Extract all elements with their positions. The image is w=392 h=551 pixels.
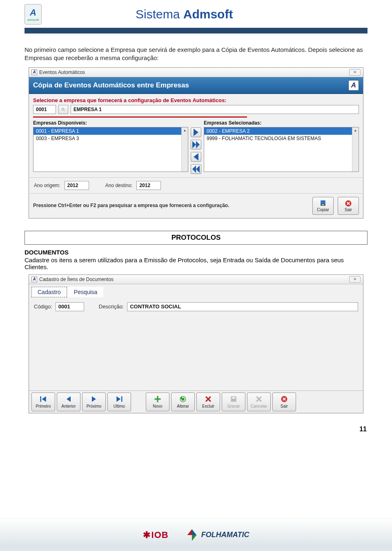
- svg-point-0: [62, 108, 64, 110]
- title-bold: Admsoft: [183, 7, 233, 21]
- move-left-icon[interactable]: [191, 152, 201, 162]
- button-label: Alterar: [177, 404, 189, 408]
- svg-rect-9: [155, 398, 161, 399]
- descricao-field[interactable]: CONTRATO SOCIAL: [127, 302, 358, 311]
- window-title: Cadastro de Ítens de Documentos: [39, 277, 349, 282]
- transfer-buttons: [191, 120, 201, 174]
- title-pre: Sistema: [136, 7, 183, 21]
- empresa-field[interactable]: EMPRESA 1: [71, 105, 359, 114]
- ano-destino-field[interactable]: 2012: [136, 181, 161, 190]
- button-label: Cancelar: [251, 404, 267, 408]
- copiar-button[interactable]: Copiar: [312, 197, 334, 215]
- svg-rect-12: [232, 397, 235, 399]
- list-item[interactable]: 0003 - EMPRESA 3: [33, 135, 188, 142]
- help-icon[interactable]: A: [348, 80, 359, 91]
- logo-iob: IOB: [143, 530, 169, 540]
- scrollbar[interactable]: ▲: [352, 127, 359, 172]
- titlebar: A Cadastro de Ítens de Documentos ✕: [29, 275, 363, 284]
- svg-rect-7: [121, 396, 122, 402]
- anterior-button[interactable]: Anterior: [57, 393, 80, 411]
- label-disponiveis: Empresas Disponíveis:: [33, 120, 188, 126]
- window-subtitle: Cópia de Eventos Automáticos entre Empre…: [33, 81, 189, 89]
- button-label: Sair: [281, 404, 288, 408]
- move-right-icon[interactable]: [191, 127, 201, 137]
- button-label: Gravar: [227, 404, 240, 408]
- close-icon[interactable]: ✕: [349, 69, 361, 76]
- page-number: 11: [0, 422, 392, 433]
- sair-button[interactable]: Sair: [272, 393, 296, 411]
- svg-rect-6: [40, 396, 42, 402]
- alterar-button[interactable]: Alterar: [171, 393, 195, 411]
- app-icon: A: [31, 69, 37, 75]
- button-label: Primeiro: [36, 404, 51, 408]
- hint-text: Pressione Ctrl+Enter ou F2 para pesquisa…: [33, 203, 308, 208]
- window-cadastro-itens: A Cadastro de Ítens de Documentos ✕ Cada…: [29, 274, 363, 413]
- section-text: Cadastre os itens a serem utilizados par…: [24, 257, 368, 270]
- codigo-field[interactable]: 0001: [56, 302, 84, 311]
- search-icon[interactable]: [58, 105, 68, 114]
- footer-logos: IOB FOLHAMATIC: [0, 518, 392, 551]
- primeiro-button[interactable]: Primeiro: [31, 393, 55, 411]
- logo-folhamatic: FOLHAMATIC: [185, 528, 249, 542]
- list-item[interactable]: 0002 - EMPRESA 2: [204, 127, 359, 135]
- logo-icon: A admsoft: [24, 4, 42, 25]
- tab-pesquisa[interactable]: Pesquisa: [68, 287, 104, 297]
- logo-letter: A: [30, 7, 36, 18]
- window-title: Eventos Automáticos: [39, 69, 349, 75]
- instruction-text: Selecione a empresa que fornecerá a conf…: [29, 94, 363, 105]
- label-ano-origem: Ano origem:: [34, 183, 60, 188]
- proximo-button[interactable]: Próximo: [82, 393, 106, 411]
- titlebar: A Eventos Automáticos ✕: [29, 68, 363, 77]
- label-descricao: Descrição:: [99, 303, 124, 310]
- page-title: Sistema Admsoft: [136, 7, 233, 21]
- close-icon[interactable]: ✕: [349, 276, 361, 283]
- header-divider: [24, 28, 368, 33]
- sair-button[interactable]: Sair: [338, 197, 359, 215]
- button-label: Próximo: [87, 404, 102, 408]
- section-heading: DOCUMENTOS: [24, 249, 368, 256]
- list-disponiveis[interactable]: 0001 - EMPRESA 1 0003 - EMPRESA 3 ▲: [33, 127, 188, 172]
- gravar-button[interactable]: Gravar: [222, 393, 245, 411]
- button-label: Sair: [345, 207, 352, 212]
- label-selecionadas: Empresas Selecionadas:: [204, 120, 359, 126]
- intro-text: No primeiro campo selecione a Empresa qu…: [24, 46, 368, 62]
- move-all-left-icon[interactable]: [191, 164, 201, 174]
- list-item[interactable]: 0001 - EMPRESA 1: [33, 127, 188, 135]
- button-label: Excluir: [202, 404, 214, 408]
- button-label: Anterior: [61, 404, 76, 408]
- logo-subtext: admsoft: [27, 18, 39, 22]
- red-underline: [33, 116, 247, 118]
- logo-folhamatic-text: FOLHAMATIC: [201, 531, 249, 539]
- list-item[interactable]: 9999 - FOLHAMATIC TECNOLOGIA EM SISTEMAS: [204, 135, 359, 142]
- list-selecionadas[interactable]: 0002 - EMPRESA 2 9999 - FOLHAMATIC TECNO…: [204, 127, 359, 172]
- codigo-field[interactable]: 0001: [33, 105, 56, 114]
- svg-rect-4: [322, 205, 324, 205]
- svg-line-1: [64, 110, 65, 111]
- tab-cadastro[interactable]: Cadastro: [31, 287, 67, 297]
- cancelar-button[interactable]: Cancelar: [247, 393, 271, 411]
- window-eventos-automaticos: A Eventos Automáticos ✕ Cópia de Eventos…: [29, 67, 363, 219]
- button-label: Ultimo: [114, 404, 125, 408]
- app-icon: A: [31, 277, 37, 282]
- excluir-button[interactable]: Excluir: [196, 393, 220, 411]
- ano-origem-field[interactable]: 2012: [65, 181, 89, 190]
- move-all-right-icon[interactable]: [191, 140, 201, 149]
- label-ano-destino: Ano destino:: [105, 183, 133, 188]
- ultimo-button[interactable]: Ultimo: [107, 393, 131, 411]
- button-label: Novo: [153, 404, 162, 408]
- section-banner-protocolos: PROTOCOLOS: [24, 231, 368, 245]
- scrollbar[interactable]: ▲: [181, 127, 188, 172]
- label-codigo: Código:: [34, 303, 52, 310]
- button-label: Copiar: [317, 207, 329, 212]
- window-subtitle-bar: Cópia de Eventos Automáticos entre Empre…: [29, 77, 363, 94]
- novo-button[interactable]: Novo: [146, 393, 169, 411]
- doc-header: A admsoft Sistema Admsoft: [24, 4, 368, 25]
